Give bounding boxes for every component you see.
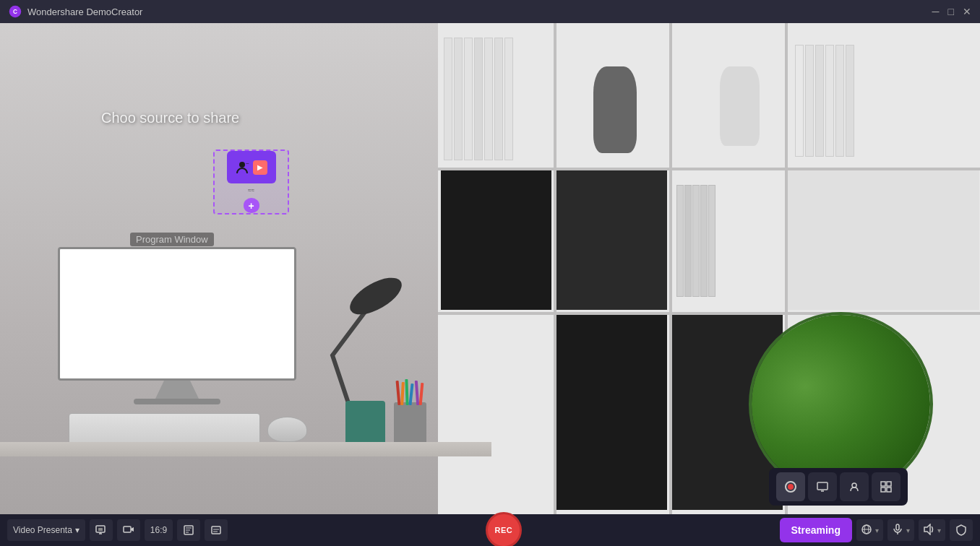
mini-record-button[interactable] — [776, 472, 805, 501]
wave-icon: ≈≈ — [248, 187, 254, 194]
mic-control-group: ▾ — [887, 519, 914, 541]
book — [708, 185, 715, 297]
video-preset-label: Video Presenta — [13, 525, 72, 535]
mini-screen-button[interactable] — [808, 472, 837, 501]
svg-rect-11 — [881, 482, 885, 486]
titlebar: C Wondershare DemoCreator ─ □ ✕ — [0, 0, 980, 23]
black-square — [556, 170, 667, 310]
source-widget[interactable]: ~ ▶ ≈≈ + — [213, 150, 289, 214]
source-widget-inner: ~ ▶ — [227, 151, 276, 183]
bottom-toolbar: Video Presenta ▾ 16:9 — [0, 514, 980, 546]
mouse — [267, 417, 307, 442]
svg-rect-18 — [98, 528, 103, 531]
globe-icon — [861, 524, 872, 535]
monitor-base — [134, 399, 220, 404]
program-window-label: Program Window — [130, 233, 214, 246]
pencil — [400, 382, 405, 405]
titlebar-left: C Wondershare DemoCreator — [9, 5, 142, 18]
mic-dropdown-arrow[interactable]: ▾ — [906, 526, 910, 534]
camera-dropdown-arrow[interactable]: ▾ — [875, 526, 879, 534]
vase-white — [720, 66, 760, 146]
titlebar-controls: ─ □ ✕ — [932, 6, 971, 17]
svg-rect-12 — [887, 482, 891, 486]
close-button[interactable]: ✕ — [963, 6, 971, 17]
streaming-button[interactable]: Streaming — [780, 518, 852, 542]
monitor — [58, 247, 296, 402]
plant-image — [752, 315, 930, 493]
svg-point-4 — [239, 162, 245, 168]
book — [805, 45, 814, 157]
book — [835, 45, 844, 157]
mic-control-icon — [892, 524, 903, 537]
book — [700, 185, 708, 297]
shield-icon — [955, 524, 967, 536]
help-text: Choo source to share — [101, 110, 239, 126]
svg-marker-32 — [924, 524, 930, 534]
video-preset-arrow: ▾ — [75, 525, 79, 535]
svg-rect-30 — [896, 524, 899, 530]
watermark-button[interactable] — [177, 519, 200, 541]
bottom-toolbar-left: Video Presenta ▾ 16:9 — [7, 519, 228, 541]
monitor-screen — [58, 247, 296, 381]
caption-button[interactable] — [205, 519, 228, 541]
mini-controls-panel — [769, 468, 908, 506]
svg-rect-8 — [817, 482, 828, 490]
book — [464, 38, 473, 160]
book-row — [795, 45, 854, 157]
ratio-button[interactable]: 16:9 — [145, 519, 173, 541]
svg-rect-13 — [881, 488, 885, 492]
coffee-mug — [345, 401, 385, 448]
screen-capture-button[interactable] — [90, 519, 113, 541]
shelf-divider — [669, 23, 672, 168]
keyboard — [69, 413, 260, 446]
black-square — [556, 315, 667, 510]
play-icon: ▶ — [253, 160, 267, 175]
book — [454, 38, 463, 160]
book — [474, 38, 483, 160]
maximize-button[interactable]: □ — [948, 6, 954, 17]
speaker-icon — [923, 524, 934, 535]
book — [484, 38, 493, 160]
svg-text:C: C — [13, 9, 17, 15]
monitor-stand — [155, 381, 199, 399]
preview-area: Choo source to share Program Window ~ ▶ … — [0, 23, 980, 514]
black-square — [441, 170, 551, 310]
app-title: Wondershare DemoCreator — [27, 6, 142, 17]
svg-rect-19 — [124, 526, 131, 532]
source-add-button[interactable]: + — [244, 198, 259, 213]
book — [795, 45, 804, 157]
settings-button[interactable] — [950, 519, 973, 541]
screen-capture-icon — [95, 524, 107, 536]
book — [815, 45, 824, 157]
speaker-dropdown-arrow[interactable]: ▾ — [937, 526, 941, 534]
book — [494, 38, 503, 160]
book — [692, 185, 700, 297]
book-row — [676, 185, 715, 297]
rec-button[interactable]: REC — [486, 512, 522, 546]
shelf-divider — [785, 23, 788, 168]
camera-control-group: ▾ — [856, 519, 883, 541]
camera-user-icon — [848, 480, 861, 493]
mini-camera-button[interactable] — [840, 472, 869, 501]
book — [825, 45, 834, 157]
book — [504, 38, 513, 160]
minimize-button[interactable]: ─ — [932, 6, 940, 17]
svg-point-10 — [852, 483, 856, 488]
mini-grid-button[interactable] — [872, 472, 901, 501]
svg-point-7 — [788, 484, 794, 490]
webcam-button[interactable] — [117, 519, 140, 541]
screen-icon — [816, 480, 829, 493]
video-preset-button[interactable]: Video Presenta ▾ — [7, 519, 85, 541]
book — [846, 45, 854, 157]
microphone-icon — [892, 524, 903, 535]
camera-control-icon — [861, 524, 872, 537]
speaker-control-icon — [923, 524, 934, 537]
book — [684, 185, 692, 297]
shelf-divider — [669, 170, 672, 315]
svg-rect-14 — [887, 488, 891, 492]
book — [444, 38, 452, 160]
webcam-icon — [123, 524, 134, 536]
record-circle-icon — [784, 480, 797, 493]
grid-icon — [880, 480, 893, 493]
desk-surface — [0, 442, 491, 456]
